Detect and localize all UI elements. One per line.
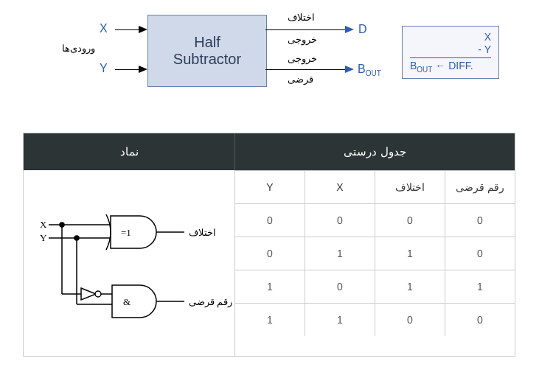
half-subtractor-box: Half Subtractor	[147, 15, 267, 87]
wire-y	[115, 69, 140, 70]
calc-line-minus-y: - Y	[410, 43, 491, 58]
box-title-2: Subtractor	[148, 51, 266, 68]
bout-caption-bottom: قرضی	[288, 74, 313, 85]
subtraction-note-box: X - Y BOUT ← DIFF.	[402, 26, 499, 79]
xor-gate-icon: =1	[106, 214, 156, 250]
inputs-caption: ورودی‌ها	[62, 43, 95, 54]
bout-b: B	[358, 63, 366, 75]
d-caption-bottom: خروجی	[288, 34, 317, 45]
output-bout-label: BOUT	[358, 63, 381, 77]
symbol-header: نماد	[24, 133, 235, 170]
svg-text:&: &	[123, 296, 131, 307]
svg-text:=1: =1	[121, 227, 131, 238]
input-y-label: Y	[100, 62, 108, 75]
table-row: 0 1 1 0	[235, 237, 515, 270]
sym-borrow-out: رقم قرضی	[189, 296, 232, 308]
table-row: 0 0 0 0	[235, 203, 515, 237]
tt-col-diff: اختلاف	[375, 170, 445, 203]
symbol-and-truth-table: نماد جدول درستی X Y	[23, 133, 515, 357]
table-row: 1 0 1 1	[235, 270, 515, 303]
truth-header: جدول درستی	[235, 133, 515, 170]
sym-x: X	[40, 219, 47, 230]
wire-d	[265, 29, 347, 30]
box-title-1: Half	[148, 34, 266, 51]
sym-y: Y	[40, 232, 47, 243]
arrow-bout-icon	[345, 66, 354, 73]
svg-point-8	[95, 291, 101, 297]
sym-diff-out: اختلاف	[189, 227, 216, 238]
wire-x	[115, 29, 140, 30]
output-d-label: D	[358, 23, 367, 36]
tt-col-x: X	[305, 170, 375, 203]
input-x-label: X	[100, 22, 108, 35]
tt-col-borrow: رقم قرضی	[445, 170, 515, 203]
bout-sub: OUT	[366, 69, 381, 77]
tt-col-y: Y	[235, 170, 305, 203]
not-gate-icon	[81, 288, 101, 300]
truth-table-grid: Y X اختلاف رقم قرضی 0 0 0 0 0 1 1 0	[235, 170, 515, 356]
calc-line-result: BOUT ← DIFF.	[410, 58, 491, 74]
tt-head-row: Y X اختلاف رقم قرضی	[235, 170, 515, 203]
table-header-row: نماد جدول درستی	[24, 133, 515, 170]
arrow-y-icon	[139, 66, 147, 73]
table-row: 1 1 0 0	[235, 303, 515, 336]
arrow-d-icon	[345, 26, 354, 33]
wire-bout	[265, 69, 347, 70]
bout-caption-top: خروجی	[288, 53, 317, 64]
calc-line-x: X	[410, 31, 491, 43]
half-subtractor-block-diagram: X Y ورودی‌ها Half Subtractor D اختلاف خر…	[0, 0, 539, 118]
arrow-x-icon	[139, 26, 147, 33]
gate-symbol-cell: X Y =1 اختلاف	[24, 170, 235, 356]
and-gate-icon: &	[112, 285, 156, 318]
gate-schematic-svg: X Y =1 اختلاف	[24, 170, 234, 353]
d-caption-top: اختلاف	[288, 12, 315, 23]
